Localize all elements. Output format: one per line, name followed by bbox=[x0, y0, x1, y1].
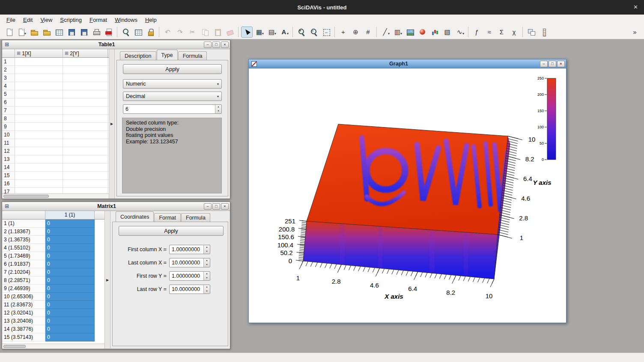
matrix-cell-selected[interactable]: 0 bbox=[45, 285, 95, 293]
table-cell[interactable] bbox=[63, 82, 108, 90]
add-plot-button[interactable]: ▥▾ bbox=[392, 27, 403, 38]
table-cell[interactable] bbox=[15, 163, 63, 171]
table-cell[interactable] bbox=[63, 58, 108, 65]
spin-up-icon[interactable]: ▴ bbox=[215, 105, 221, 109]
matrix-cell-selected[interactable]: 0 bbox=[45, 268, 95, 276]
matrix-cell-selected[interactable]: 0 bbox=[45, 252, 95, 260]
automatic-layout-button[interactable] bbox=[538, 27, 549, 38]
menu-format[interactable]: Format bbox=[86, 15, 111, 24]
select-pointer-button[interactable] bbox=[241, 27, 253, 38]
table-cell[interactable] bbox=[15, 131, 63, 139]
minimize-button[interactable]: – bbox=[204, 203, 212, 210]
maximize-button[interactable]: □ bbox=[212, 42, 220, 48]
copy-selection-button[interactable] bbox=[199, 27, 211, 38]
matrix-row-header[interactable]: 15 (3.57143) bbox=[2, 333, 45, 341]
table1-corner-header[interactable] bbox=[2, 49, 15, 57]
row-header[interactable]: 5 bbox=[2, 90, 15, 98]
table-cell[interactable] bbox=[63, 131, 108, 139]
matrix-cell-selected[interactable]: 0 bbox=[45, 228, 95, 236]
row-header[interactable]: 2 bbox=[2, 66, 15, 74]
text-tools-button[interactable]: A▾ bbox=[278, 27, 290, 38]
row-header[interactable]: 12 bbox=[2, 147, 15, 155]
data-reader-button[interactable]: ⊕ bbox=[350, 27, 361, 38]
table-cell[interactable] bbox=[15, 90, 63, 98]
layer-tools-button[interactable]: ▤▾ bbox=[266, 27, 277, 38]
toolbar-overflow-button[interactable]: » bbox=[629, 27, 641, 38]
table1-splitter[interactable]: ▶ bbox=[109, 49, 115, 199]
row-header[interactable]: 4 bbox=[2, 82, 15, 90]
open-template-button[interactable] bbox=[41, 27, 52, 38]
plot-3d-scatter-button[interactable]: ▧ bbox=[441, 27, 453, 38]
matrix-row-header[interactable]: 10 (2.65306) bbox=[2, 293, 45, 301]
table-cell[interactable] bbox=[15, 66, 63, 74]
table-cell[interactable] bbox=[63, 123, 108, 131]
curve-tools-button[interactable]: ▦▾ bbox=[253, 27, 265, 38]
graph1-canvas[interactable]: 12.84.66.48.210 12.84.66.48.210 050.2100… bbox=[250, 68, 565, 322]
first-row-y-spinbox[interactable]: 1.00000000 ▴▾ bbox=[169, 271, 210, 281]
matrix-row-header[interactable]: 5 (1.73469) bbox=[2, 252, 45, 260]
matrix1-column-header[interactable]: 1 (1) bbox=[45, 211, 95, 219]
last-column-x-spinbox[interactable]: 10.0000000 ▴▾ bbox=[169, 258, 210, 267]
row-header[interactable]: 11 bbox=[2, 139, 15, 147]
table-cell[interactable] bbox=[15, 188, 63, 193]
table-cell[interactable] bbox=[63, 107, 108, 114]
matrix-row-header[interactable]: 12 (3.02041) bbox=[2, 309, 45, 317]
print-button[interactable] bbox=[90, 27, 102, 38]
tab-description[interactable]: Description bbox=[120, 51, 156, 60]
export-pdf-button[interactable] bbox=[103, 27, 114, 38]
spin-up-icon[interactable]: ▴ bbox=[204, 285, 210, 289]
table1-column-header-1[interactable]: ⊞ 1[X] bbox=[15, 49, 63, 57]
table-cell[interactable] bbox=[63, 74, 108, 82]
spin-down-icon[interactable]: ▾ bbox=[204, 249, 210, 254]
row-header[interactable]: 3 bbox=[2, 74, 15, 82]
table-cell[interactable] bbox=[15, 123, 63, 131]
matrix-row-header[interactable]: 3 (1.36735) bbox=[2, 236, 45, 244]
statistics-button[interactable]: Σ bbox=[496, 27, 507, 38]
plot-3d-bars-button[interactable] bbox=[429, 27, 441, 38]
type-combobox[interactable]: Numeric ▾ bbox=[123, 79, 222, 89]
matrix-row-header[interactable]: 9 (2.46939) bbox=[2, 285, 45, 293]
spin-down-icon[interactable]: ▾ bbox=[215, 109, 221, 113]
row-header[interactable]: 10 bbox=[2, 131, 15, 139]
table1-titlebar[interactable]: ⊞ Table1 – □ × bbox=[2, 40, 230, 49]
draw-line-button[interactable]: ╱▾ bbox=[379, 27, 391, 38]
first-column-x-spinbox[interactable]: 1.00000000 ▴▾ bbox=[169, 245, 210, 254]
apply-button[interactable]: Apply bbox=[123, 64, 222, 74]
matrix-cell-selected[interactable]: 0 bbox=[45, 301, 95, 309]
last-row-y-spinbox[interactable]: 10.0000000 ▴▾ bbox=[169, 285, 210, 294]
maximize-button[interactable]: □ bbox=[549, 61, 556, 67]
matrix-row-header[interactable]: 2 (1.18367) bbox=[2, 228, 45, 236]
table-cell[interactable] bbox=[15, 172, 63, 179]
table1-hscrollbar[interactable] bbox=[2, 193, 109, 199]
menu-edit[interactable]: Edit bbox=[19, 15, 36, 24]
table-cell[interactable] bbox=[63, 188, 108, 193]
decimal-digits-spinbox[interactable]: 6 ▴▾ bbox=[123, 104, 222, 114]
minimize-button[interactable]: – bbox=[540, 61, 548, 67]
tab-format[interactable]: Format bbox=[154, 213, 181, 222]
matrix-cell-selected[interactable]: 0 bbox=[45, 236, 95, 244]
cut-selection-button[interactable]: ✂ bbox=[187, 27, 198, 38]
row-header[interactable]: 7 bbox=[2, 107, 15, 114]
table-cell[interactable] bbox=[15, 180, 63, 187]
arrange-layers-button[interactable] bbox=[525, 27, 537, 38]
tab-coordinates[interactable]: Coordinates bbox=[116, 211, 154, 222]
table-cell[interactable] bbox=[63, 155, 108, 163]
table-cell[interactable] bbox=[63, 66, 108, 74]
spin-down-icon[interactable]: ▾ bbox=[204, 263, 210, 267]
matrix1-hscrollbar[interactable] bbox=[2, 344, 104, 349]
save-template-button[interactable] bbox=[78, 27, 89, 38]
matrix-cell-selected[interactable]: 0 bbox=[45, 293, 95, 301]
paste-selection-button[interactable] bbox=[212, 27, 223, 38]
table-cell[interactable] bbox=[63, 147, 108, 155]
undo-button[interactable]: ↶ bbox=[162, 27, 173, 38]
matrix-cell-selected[interactable]: 0 bbox=[45, 276, 95, 285]
row-header[interactable]: 15 bbox=[2, 172, 15, 179]
minimize-button[interactable]: – bbox=[204, 42, 212, 48]
fit-function-button[interactable]: ƒ bbox=[471, 27, 483, 38]
tab-type[interactable]: Type bbox=[157, 50, 178, 60]
zoom-out-button[interactable]: − bbox=[308, 27, 319, 38]
row-header[interactable]: 14 bbox=[2, 163, 15, 171]
table-cell[interactable] bbox=[15, 98, 63, 106]
import-ascii-button[interactable] bbox=[53, 27, 65, 38]
open-project-button[interactable] bbox=[28, 27, 40, 38]
